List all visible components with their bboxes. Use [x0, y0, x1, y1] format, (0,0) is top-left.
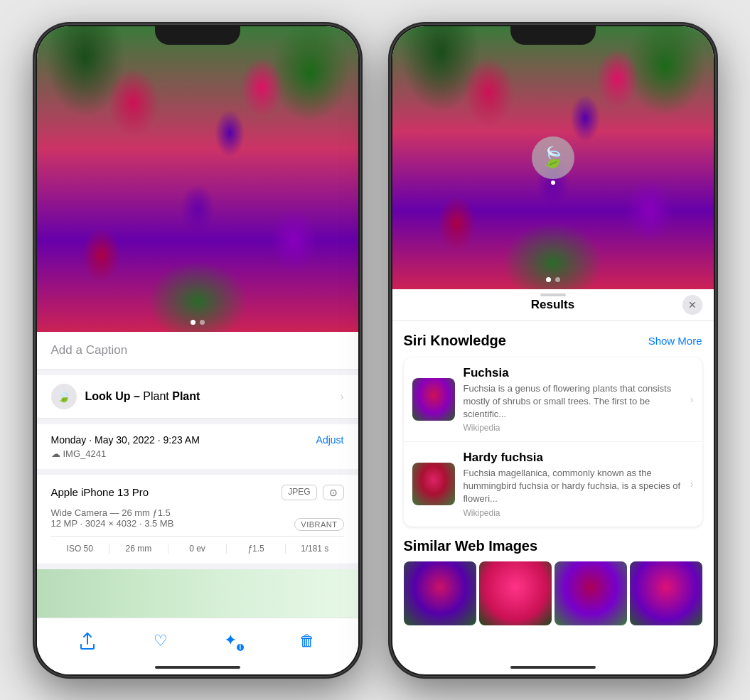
share-button[interactable] [73, 627, 102, 655]
info-panel: Add a Caption 🍃 Look Up – Plant Plant › [37, 332, 358, 640]
hardy-text: Hardy fuchsia Fuchsia magellanica, commo… [464, 451, 685, 518]
shutter-spec: 1/181 s [286, 544, 344, 554]
knowledge-card: Fuchsia Fuchsia is a genus of flowering … [404, 357, 702, 527]
phone-1: Add a Caption 🍃 Look Up – Plant Plant › [34, 23, 361, 677]
tech-specs-row: ISO 50 26 mm 0 ev ƒ1.5 1/181 s [51, 536, 344, 554]
hardy-fuchsia-item[interactable]: Hardy fuchsia Fuchsia magellanica, commo… [404, 442, 702, 527]
hardy-thumb-img [412, 463, 455, 505]
dot-3 [546, 277, 551, 282]
info-button[interactable]: ✦ i [220, 627, 248, 655]
fuchsia-text: Fuchsia Fuchsia is a genus of flowering … [464, 366, 685, 434]
phone-2: 🍃 Results ✕ [390, 23, 717, 677]
fuchsia-name: Fuchsia [464, 366, 685, 380]
lookup-label: Look Up – Plant Plant [85, 390, 200, 403]
caption-placeholder: Add a Caption [51, 343, 128, 357]
drag-handle [540, 294, 566, 296]
hardy-thumb [412, 463, 455, 505]
photo-dots-2 [546, 277, 560, 282]
fuchsia-thumb-img [412, 378, 455, 421]
delete-button[interactable]: 🗑 [293, 627, 321, 655]
photo-area-2: 🍃 [392, 26, 714, 289]
similar-img-1[interactable] [404, 561, 476, 625]
caption-area[interactable]: Add a Caption [37, 332, 358, 370]
fuchsia-chevron: › [690, 394, 694, 405]
adjust-button[interactable]: Adjust [316, 434, 344, 446]
meta-row: Monday · May 30, 2022 · 9:23 AM Adjust [51, 434, 344, 446]
screen-1: Add a Caption 🍃 Look Up – Plant Plant › [37, 26, 358, 674]
home-indicator-1 [155, 666, 240, 669]
ev-spec: 0 ev [168, 544, 227, 554]
close-button[interactable]: ✕ [682, 295, 702, 315]
notch-1 [155, 23, 240, 45]
device-name: Apple iPhone 13 Pro [51, 486, 149, 498]
fuchsia-source: Wikipedia [464, 423, 685, 433]
flower-photo-1 [37, 26, 358, 332]
results-title: Results [531, 298, 574, 312]
dot-2 [200, 320, 205, 325]
meta-section: Monday · May 30, 2022 · 9:23 AM Adjust ☁… [37, 424, 358, 469]
leaf-icon: 🍃 [57, 389, 71, 403]
meta-filename: ☁ IMG_4241 [51, 448, 344, 459]
device-row: Apple iPhone 13 Pro JPEG ⊙ [51, 485, 344, 500]
visual-lookup-icon: 🍃 [51, 384, 77, 409]
dot-1 [191, 320, 195, 325]
similar-images-row [404, 561, 702, 625]
results-header: Results ✕ [392, 289, 714, 321]
lookup-chevron: › [341, 391, 344, 402]
lookup-row[interactable]: 🍃 Look Up – Plant Plant › [37, 375, 358, 419]
siri-knowledge-title: Siri Knowledge [404, 333, 506, 349]
show-more-button[interactable]: Show More [648, 335, 702, 347]
jpeg-badge: JPEG [282, 485, 316, 500]
dot-4 [555, 277, 560, 282]
hardy-desc: Fuchsia magellanica, commonly known as t… [464, 467, 685, 506]
device-section: Apple iPhone 13 Pro JPEG ⊙ Wide Camera —… [37, 475, 358, 564]
similar-img-2[interactable] [479, 561, 552, 625]
leaf-symbol: 🍃 [540, 146, 565, 169]
location-badge: ⊙ [323, 485, 344, 500]
vibrant-badge: VIBRANT [294, 518, 343, 531]
results-content: Siri Knowledge Show More Fuchsia Fuchsia… [392, 321, 714, 625]
photo-dots [191, 320, 205, 325]
similar-section: Similar Web Images [404, 538, 702, 625]
favorite-button[interactable]: ♡ [146, 627, 175, 655]
home-indicator-2 [510, 666, 596, 669]
notch-2 [510, 23, 596, 45]
similar-title: Similar Web Images [404, 538, 702, 554]
hardy-chevron: › [690, 478, 694, 490]
fuchsia-item[interactable]: Fuchsia Fuchsia is a genus of flowering … [404, 357, 702, 443]
fuchsia-desc: Fuchsia is a genus of flowering plants t… [464, 382, 685, 421]
fuchsia-thumb [412, 378, 455, 421]
screen-2: 🍃 Results ✕ [392, 26, 714, 674]
badge-row: JPEG ⊙ [282, 485, 343, 500]
visual-lookup-button[interactable]: 🍃 [532, 136, 574, 179]
photo-area-1 [37, 26, 358, 332]
hardy-name: Hardy fuchsia [464, 451, 685, 465]
visual-lookup-dot [551, 181, 555, 185]
iso-spec: ISO 50 [51, 544, 110, 554]
phones-container: Add a Caption 🍃 Look Up – Plant Plant › [34, 23, 717, 677]
results-panel: Results ✕ Siri Knowledge Show More [392, 289, 714, 625]
hardy-source: Wikipedia [464, 508, 685, 518]
similar-img-4[interactable] [630, 561, 702, 625]
similar-img-3[interactable] [555, 561, 627, 625]
siri-knowledge-header: Siri Knowledge Show More [404, 333, 702, 349]
camera-specs: Wide Camera — 26 mm ƒ1.5 12 MP · 3024 × … [51, 507, 344, 529]
aperture-spec: ƒ1.5 [227, 544, 286, 554]
meta-date: Monday · May 30, 2022 · 9:23 AM [51, 434, 200, 446]
focal-spec: 26 mm [109, 544, 168, 554]
